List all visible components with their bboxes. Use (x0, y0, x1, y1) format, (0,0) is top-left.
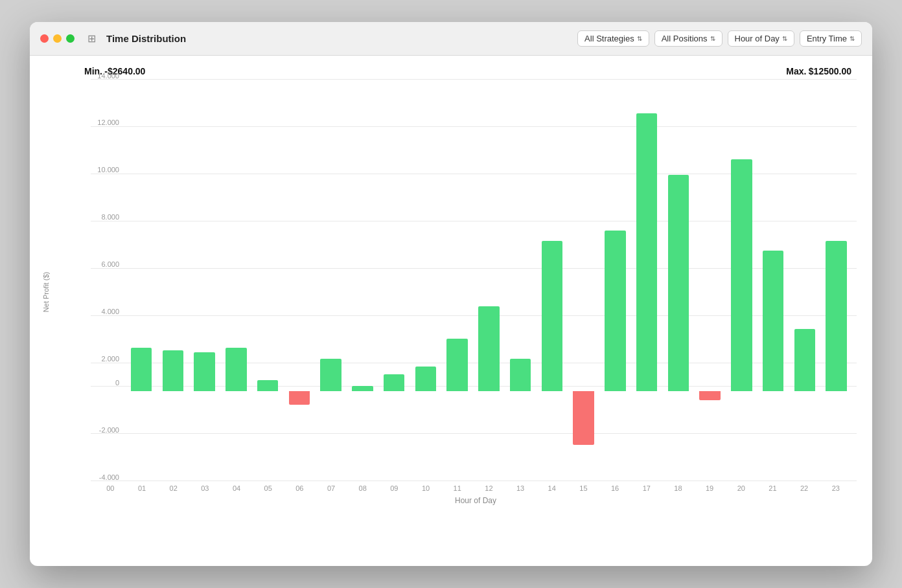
bar (826, 241, 847, 392)
sidebar-icon: ⊞ (87, 32, 96, 45)
chevron-icon: ⇅ (850, 35, 855, 42)
bar-group (726, 79, 757, 481)
bar-group (758, 79, 789, 481)
bar (131, 348, 152, 391)
x-label: 13 (505, 484, 537, 492)
strategies-filter[interactable]: All Strategies ⇅ (577, 30, 649, 47)
x-label: 09 (378, 484, 410, 492)
min-max-row: Min. -$2640.00 Max. $12500.00 (45, 66, 857, 76)
bar (763, 251, 784, 391)
bar-group (347, 79, 378, 481)
x-label: 00 (95, 484, 126, 492)
bar-group (632, 79, 662, 481)
bar (415, 367, 437, 391)
bar-group (474, 79, 504, 481)
x-label: 01 (126, 484, 158, 492)
max-label: Max. $12500.00 (786, 66, 851, 76)
x-label: 12 (473, 484, 505, 492)
bar (226, 348, 247, 391)
bar (163, 350, 184, 392)
maximize-button[interactable] (66, 34, 75, 43)
bar (510, 359, 531, 391)
traffic-lights (40, 34, 75, 43)
x-label: 16 (599, 484, 631, 492)
x-label: 18 (662, 484, 694, 492)
bar-group (568, 79, 599, 481)
bar-group (821, 79, 851, 481)
bar (320, 359, 341, 391)
x-label: 10 (410, 484, 442, 492)
bar (668, 175, 689, 391)
x-axis-title: Hour of Day (58, 496, 857, 505)
x-label: 23 (820, 484, 851, 492)
bar (478, 306, 500, 391)
window: ⊞ Time Distribution All Strategies ⇅ All… (30, 22, 872, 566)
bar-group (790, 79, 820, 481)
bar (731, 159, 752, 391)
y-axis-label-container: Net Profit ($) (45, 79, 58, 505)
bar-group (537, 79, 568, 481)
x-label: 15 (568, 484, 599, 492)
chart-container: Net Profit ($) 14.00012.00010.0008.0006.… (45, 79, 857, 505)
hour-of-day-filter[interactable]: Hour of Day ⇅ (728, 30, 794, 47)
bar (794, 329, 816, 391)
x-label: 19 (694, 484, 726, 492)
chart-inner: 14.00012.00010.0008.0006.0004.0002.0000-… (58, 79, 857, 505)
bar (446, 339, 468, 391)
bar (699, 391, 721, 400)
bar-group (379, 79, 410, 481)
bar (289, 391, 310, 405)
bar-group (411, 79, 441, 481)
bar (636, 113, 658, 391)
bars-container (95, 79, 851, 481)
x-label: 05 (252, 484, 284, 492)
bar (257, 380, 279, 391)
x-label: 02 (157, 484, 189, 492)
bar-group (95, 79, 125, 481)
bar-group (600, 79, 630, 481)
bar-group (505, 79, 536, 481)
minimize-button[interactable] (53, 34, 62, 43)
x-label: 08 (347, 484, 378, 492)
grid-label: 14.000 (91, 72, 119, 80)
bar (384, 374, 405, 391)
x-axis: 0001020304050607080910111213141516171819… (58, 484, 857, 492)
bar-group (316, 79, 346, 481)
titlebar: ⊞ Time Distribution All Strategies ⇅ All… (30, 22, 872, 56)
close-button[interactable] (40, 34, 49, 43)
bar-group (189, 79, 220, 481)
x-label: 07 (316, 484, 347, 492)
y-axis-label: Net Profit ($) (42, 272, 50, 312)
x-label: 06 (284, 484, 316, 492)
bar (352, 386, 373, 392)
x-label: 11 (441, 484, 473, 492)
filters-bar: All Strategies ⇅ All Positions ⇅ Hour of… (577, 30, 862, 47)
bar-group (664, 79, 694, 481)
chevron-icon: ⇅ (637, 35, 642, 42)
window-title: Time Distribution (106, 33, 186, 44)
chart-grid: 14.00012.00010.0008.0006.0004.0002.0000-… (58, 79, 857, 481)
bar (194, 352, 215, 391)
bar-group (126, 79, 157, 481)
bar-group (221, 79, 251, 481)
positions-filter[interactable]: All Positions ⇅ (654, 30, 723, 47)
bar-group (695, 79, 725, 481)
x-label: 21 (757, 484, 789, 492)
x-label: 20 (725, 484, 757, 492)
bar (542, 241, 563, 392)
bar (573, 391, 594, 445)
x-label: 17 (630, 484, 662, 492)
x-label: 22 (789, 484, 820, 492)
chevron-icon: ⇅ (710, 35, 715, 42)
entry-time-filter[interactable]: Entry Time ⇅ (800, 30, 862, 47)
chevron-icon: ⇅ (782, 35, 787, 42)
bar-group (253, 79, 283, 481)
grid-line: -4.000 (91, 481, 857, 481)
chart-area: Min. -$2640.00 Max. $12500.00 Net Profit… (30, 56, 872, 521)
x-label: 03 (189, 484, 221, 492)
x-label: 14 (536, 484, 568, 492)
x-label: 04 (221, 484, 253, 492)
bar-group (158, 79, 189, 481)
bar (605, 231, 626, 391)
bar-group (284, 79, 315, 481)
